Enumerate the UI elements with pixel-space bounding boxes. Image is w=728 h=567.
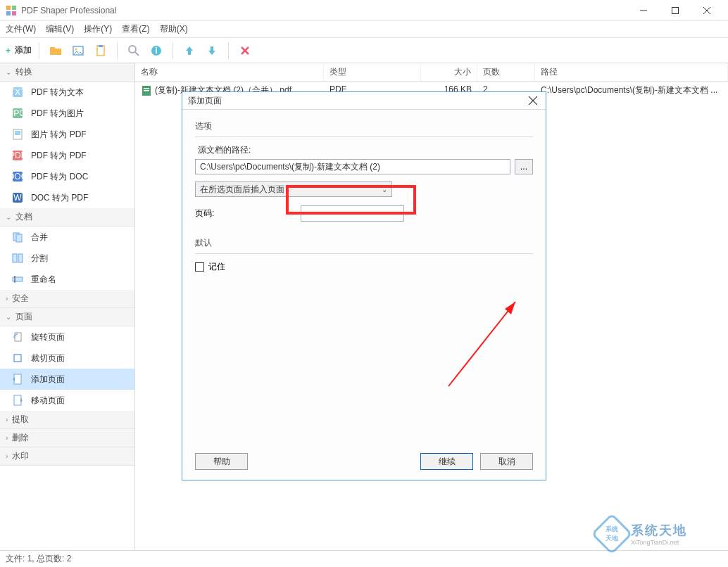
sidebar-item-rotate[interactable]: 旋转页面: [0, 326, 134, 348]
help-button[interactable]: 帮助: [195, 453, 248, 470]
sidebar-item-pdf-to-doc[interactable]: DOCPDF 转为 DOC: [0, 166, 134, 187]
info-icon[interactable]: i: [147, 42, 165, 60]
svg-text:JPG: JPG: [11, 108, 24, 118]
col-size[interactable]: 大小: [421, 63, 477, 81]
group-label: 页面: [15, 311, 32, 323]
sidebar-item-pdf-to-pdf[interactable]: PDFPDF 转为 PDF: [0, 145, 134, 166]
svg-line-45: [448, 302, 515, 386]
group-label: 提取: [12, 414, 29, 426]
sidebar-item-label: DOC 转为 PDF: [31, 192, 88, 204]
sidebar-item-label: 裁切页面: [31, 352, 65, 364]
svg-rect-34: [13, 277, 23, 281]
group-extract[interactable]: ›提取: [0, 411, 134, 429]
menu-help[interactable]: 帮助(X): [160, 23, 188, 35]
sidebar-item-image-to-pdf[interactable]: 图片 转为 PDF: [0, 124, 134, 145]
svg-rect-36: [15, 333, 21, 341]
svg-rect-1: [12, 6, 16, 10]
paste-icon[interactable]: [92, 42, 110, 60]
minimize-button[interactable]: [627, 0, 659, 21]
group-convert[interactable]: ⌄转换: [0, 63, 134, 82]
sidebar-item-add-page[interactable]: 添加页面: [0, 369, 134, 390]
sidebar-item-doc-to-pdf[interactable]: WDOC 转为 PDF: [0, 187, 134, 208]
checkbox-icon[interactable]: [195, 262, 204, 272]
group-document[interactable]: ⌄文档: [0, 208, 134, 227]
sidebar-item-label: 合并: [31, 231, 48, 243]
menu-file[interactable]: 文件(W): [6, 23, 36, 35]
add-button[interactable]: + 添加: [6, 44, 32, 56]
add-page-dialog: 添加页面 选项 源文档的路径: ... 在所选页面后插入页面 ⌄ 页码: 默认 …: [182, 91, 546, 480]
maximize-button[interactable]: [659, 0, 691, 21]
col-name[interactable]: 名称: [135, 63, 324, 81]
window-title: PDF Shaper Professional: [21, 6, 627, 15]
annotation-arrow: [441, 295, 526, 393]
group-watermark[interactable]: ›水印: [0, 447, 134, 466]
group-security[interactable]: ›安全: [0, 290, 134, 308]
separator: [172, 42, 173, 59]
jpg-icon: JPG: [11, 107, 24, 120]
svg-marker-46: [505, 302, 515, 314]
sidebar-item-label: 旋转页面: [31, 331, 65, 343]
statusbar: 文件: 1, 总页数: 2: [0, 550, 728, 567]
col-type[interactable]: 类型: [324, 63, 421, 81]
group-label: 安全: [12, 293, 29, 305]
sidebar-item-label: PDF 转为 PDF: [31, 150, 87, 162]
svg-rect-33: [18, 254, 23, 262]
sidebar-item-pdf-to-image[interactable]: JPGPDF 转为图片: [0, 103, 134, 124]
arrow-down-icon[interactable]: [203, 42, 221, 60]
sidebar-item-label: 重命名: [31, 274, 56, 286]
dialog-close-button[interactable]: [526, 94, 540, 108]
svg-rect-31: [16, 234, 22, 242]
menu-action[interactable]: 操作(Y): [84, 23, 112, 35]
status-text: 文件: 1, 总页数: 2: [6, 553, 71, 565]
sidebar-item-move-page[interactable]: 移动页面: [0, 390, 134, 411]
group-label: 文档: [15, 211, 32, 223]
sidebar-item-split[interactable]: 分割: [0, 248, 134, 269]
menu-view[interactable]: 查看(Z): [122, 23, 149, 35]
sidebar-item-label: 图片 转为 PDF: [31, 129, 87, 141]
sidebar-item-pdf-to-text[interactable]: TXTPDF 转为文本: [0, 82, 134, 103]
close-button[interactable]: [691, 0, 722, 21]
group-delete[interactable]: ›删除: [0, 429, 134, 447]
search-icon[interactable]: [125, 42, 143, 60]
remember-label: 记住: [208, 261, 225, 273]
sidebar-item-label: PDF 转为 DOC: [31, 171, 88, 183]
sidebar-item-rename[interactable]: 重命名: [0, 269, 134, 290]
sidebar-item-merge[interactable]: 合并: [0, 227, 134, 248]
folder-icon[interactable]: [46, 42, 65, 60]
svg-point-9: [75, 48, 77, 50]
crop-icon: [11, 352, 24, 364]
svg-rect-42: [144, 90, 149, 91]
toolbar: + 添加 i: [0, 38, 728, 63]
image-doc-icon: [11, 128, 24, 141]
arrow-up-icon[interactable]: [180, 42, 199, 60]
delete-icon[interactable]: [236, 42, 254, 60]
page-number-input[interactable]: [301, 205, 404, 222]
svg-rect-39: [14, 395, 21, 405]
svg-rect-32: [13, 254, 17, 262]
sidebar-item-crop[interactable]: 裁切页面: [0, 348, 134, 369]
move-page-icon: [11, 394, 24, 407]
pdf-file-icon: [141, 85, 152, 96]
col-path[interactable]: 路径: [535, 63, 728, 81]
browse-button[interactable]: ...: [515, 159, 533, 174]
svg-rect-0: [6, 6, 11, 10]
svg-text:DOC: DOC: [11, 172, 24, 181]
menubar: 文件(W) 编辑(V) 操作(Y) 查看(Z) 帮助(X): [0, 21, 728, 38]
image-icon[interactable]: [69, 42, 87, 60]
col-pages[interactable]: 页数: [477, 63, 535, 81]
cancel-button[interactable]: 取消: [480, 453, 533, 470]
svg-rect-10: [97, 46, 104, 56]
insert-position-combo[interactable]: 在所选页面后插入页面 ⌄: [195, 181, 392, 197]
menu-edit[interactable]: 编辑(V): [46, 23, 74, 35]
chevron-right-icon: ›: [6, 452, 8, 460]
svg-rect-37: [14, 355, 21, 362]
site-watermark: 系统天地 系统天地 XiTongTianDi.net: [597, 516, 724, 552]
window-controls: [627, 0, 722, 21]
source-path-input[interactable]: [195, 159, 510, 174]
sidebar-item-label: PDF 转为文本: [31, 87, 84, 98]
group-page[interactable]: ⌄页面: [0, 308, 134, 326]
continue-button[interactable]: 继续: [420, 453, 473, 470]
table-header: 名称 类型 大小 页数 路径: [135, 63, 728, 82]
remember-checkbox-row[interactable]: 记住: [195, 261, 533, 273]
separator: [195, 253, 533, 254]
